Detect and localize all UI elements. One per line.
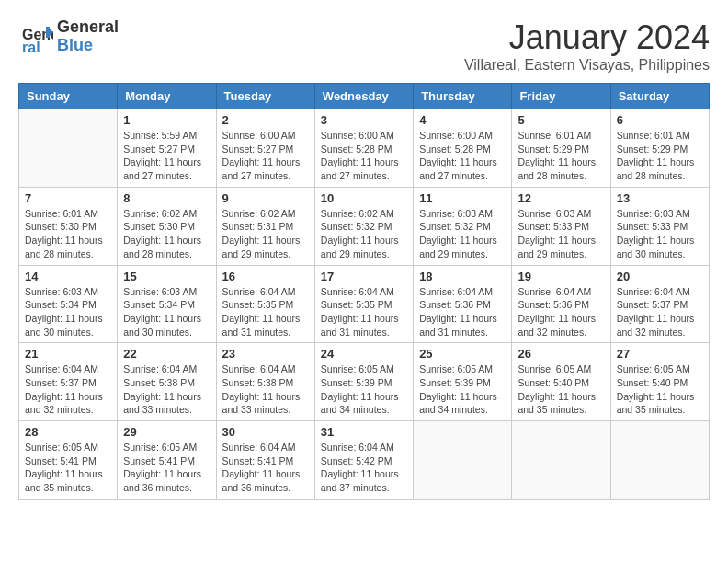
day-info: Sunrise: 6:03 AMSunset: 5:33 PMDaylight:… bbox=[518, 207, 604, 261]
day-cell: 14Sunrise: 6:03 AMSunset: 5:34 PMDayligh… bbox=[19, 265, 118, 343]
day-cell bbox=[610, 421, 709, 500]
day-cell: 13Sunrise: 6:03 AMSunset: 5:33 PMDayligh… bbox=[610, 187, 709, 265]
day-cell: 12Sunrise: 6:03 AMSunset: 5:33 PMDayligh… bbox=[512, 187, 610, 265]
day-info: Sunrise: 6:04 AMSunset: 5:35 PMDaylight:… bbox=[321, 285, 407, 339]
day-info: Sunrise: 6:04 AMSunset: 5:38 PMDaylight:… bbox=[123, 362, 210, 417]
day-number: 15 bbox=[123, 270, 210, 283]
week-row-5: 28Sunrise: 6:05 AMSunset: 5:41 PMDayligh… bbox=[19, 421, 710, 500]
day-info: Sunrise: 6:04 AMSunset: 5:42 PMDaylight:… bbox=[321, 441, 407, 495]
day-number: 10 bbox=[321, 191, 407, 205]
day-cell: 9Sunrise: 6:02 AMSunset: 5:31 PMDaylight… bbox=[216, 187, 314, 265]
header-tuesday: Tuesday bbox=[216, 84, 314, 109]
day-info: Sunrise: 6:02 AMSunset: 5:32 PMDaylight:… bbox=[321, 207, 407, 261]
week-row-4: 21Sunrise: 6:04 AMSunset: 5:37 PMDayligh… bbox=[19, 343, 710, 421]
day-cell: 10Sunrise: 6:02 AMSunset: 5:32 PMDayligh… bbox=[314, 187, 413, 265]
day-number: 28 bbox=[25, 425, 111, 439]
day-number: 27 bbox=[617, 347, 703, 361]
day-cell bbox=[19, 109, 118, 188]
day-number: 6 bbox=[617, 113, 703, 127]
day-info: Sunrise: 6:05 AMSunset: 5:39 PMDaylight:… bbox=[419, 362, 506, 417]
day-cell: 27Sunrise: 6:05 AMSunset: 5:40 PMDayligh… bbox=[610, 343, 709, 421]
day-info: Sunrise: 6:05 AMSunset: 5:39 PMDaylight:… bbox=[321, 362, 407, 417]
day-number: 25 bbox=[419, 347, 506, 361]
day-info: Sunrise: 6:04 AMSunset: 5:37 PMDaylight:… bbox=[617, 285, 703, 339]
logo-line2: Blue bbox=[57, 37, 119, 55]
day-cell: 17Sunrise: 6:04 AMSunset: 5:35 PMDayligh… bbox=[314, 265, 413, 343]
day-number: 5 bbox=[518, 113, 604, 127]
day-info: Sunrise: 5:59 AMSunset: 5:27 PMDaylight:… bbox=[123, 129, 210, 183]
day-cell: 30Sunrise: 6:04 AMSunset: 5:41 PMDayligh… bbox=[216, 421, 314, 500]
day-info: Sunrise: 6:02 AMSunset: 5:31 PMDaylight:… bbox=[222, 207, 309, 261]
logo: Gene ral General Blue bbox=[18, 18, 119, 55]
day-cell: 2Sunrise: 6:00 AMSunset: 5:27 PMDaylight… bbox=[216, 109, 314, 188]
day-number: 2 bbox=[222, 113, 309, 127]
day-number: 18 bbox=[419, 270, 506, 283]
day-cell: 28Sunrise: 6:05 AMSunset: 5:41 PMDayligh… bbox=[19, 421, 118, 500]
day-number: 30 bbox=[222, 425, 309, 439]
day-info: Sunrise: 6:04 AMSunset: 5:41 PMDaylight:… bbox=[222, 441, 309, 495]
location-title: Villareal, Eastern Visayas, Philippines bbox=[464, 57, 710, 74]
day-info: Sunrise: 6:03 AMSunset: 5:33 PMDaylight:… bbox=[617, 207, 703, 261]
day-info: Sunrise: 6:04 AMSunset: 5:37 PMDaylight:… bbox=[25, 362, 111, 417]
day-number: 11 bbox=[419, 191, 506, 205]
header-wednesday: Wednesday bbox=[314, 84, 413, 109]
day-cell: 19Sunrise: 6:04 AMSunset: 5:36 PMDayligh… bbox=[512, 265, 610, 343]
day-info: Sunrise: 6:00 AMSunset: 5:28 PMDaylight:… bbox=[419, 129, 506, 183]
header-sunday: Sunday bbox=[19, 84, 118, 109]
day-number: 31 bbox=[321, 425, 407, 439]
day-cell: 21Sunrise: 6:04 AMSunset: 5:37 PMDayligh… bbox=[19, 343, 118, 421]
day-number: 3 bbox=[321, 113, 407, 127]
day-info: Sunrise: 6:00 AMSunset: 5:28 PMDaylight:… bbox=[321, 129, 407, 183]
day-number: 9 bbox=[222, 191, 309, 205]
day-number: 8 bbox=[123, 191, 210, 205]
day-cell: 7Sunrise: 6:01 AMSunset: 5:30 PMDaylight… bbox=[19, 187, 118, 265]
day-number: 14 bbox=[25, 270, 111, 283]
day-info: Sunrise: 6:00 AMSunset: 5:27 PMDaylight:… bbox=[222, 129, 309, 183]
svg-text:ral: ral bbox=[22, 40, 40, 54]
day-number: 16 bbox=[222, 270, 309, 283]
header-saturday: Saturday bbox=[610, 84, 709, 109]
header-thursday: Thursday bbox=[414, 84, 512, 109]
day-info: Sunrise: 6:05 AMSunset: 5:40 PMDaylight:… bbox=[518, 362, 604, 417]
day-number: 17 bbox=[321, 270, 407, 283]
day-number: 26 bbox=[518, 347, 604, 361]
week-row-3: 14Sunrise: 6:03 AMSunset: 5:34 PMDayligh… bbox=[19, 265, 710, 343]
day-cell: 25Sunrise: 6:05 AMSunset: 5:39 PMDayligh… bbox=[414, 343, 512, 421]
day-info: Sunrise: 6:03 AMSunset: 5:34 PMDaylight:… bbox=[123, 285, 210, 339]
day-number: 12 bbox=[518, 191, 604, 205]
day-number: 23 bbox=[222, 347, 309, 361]
day-info: Sunrise: 6:02 AMSunset: 5:30 PMDaylight:… bbox=[123, 207, 210, 261]
day-number: 20 bbox=[617, 270, 703, 283]
day-info: Sunrise: 6:05 AMSunset: 5:40 PMDaylight:… bbox=[617, 362, 703, 417]
day-number: 24 bbox=[321, 347, 407, 361]
day-info: Sunrise: 6:03 AMSunset: 5:32 PMDaylight:… bbox=[419, 207, 506, 261]
logo-icon: Gene ral bbox=[18, 19, 53, 54]
day-cell: 26Sunrise: 6:05 AMSunset: 5:40 PMDayligh… bbox=[512, 343, 610, 421]
day-cell: 31Sunrise: 6:04 AMSunset: 5:42 PMDayligh… bbox=[314, 421, 413, 500]
day-cell: 8Sunrise: 6:02 AMSunset: 5:30 PMDaylight… bbox=[118, 187, 216, 265]
day-cell: 24Sunrise: 6:05 AMSunset: 5:39 PMDayligh… bbox=[314, 343, 413, 421]
day-cell: 5Sunrise: 6:01 AMSunset: 5:29 PMDaylight… bbox=[512, 109, 610, 188]
day-number: 29 bbox=[123, 425, 210, 439]
day-info: Sunrise: 6:01 AMSunset: 5:30 PMDaylight:… bbox=[25, 207, 111, 261]
day-info: Sunrise: 6:04 AMSunset: 5:36 PMDaylight:… bbox=[518, 285, 604, 339]
day-number: 13 bbox=[617, 191, 703, 205]
day-cell: 22Sunrise: 6:04 AMSunset: 5:38 PMDayligh… bbox=[118, 343, 216, 421]
week-row-2: 7Sunrise: 6:01 AMSunset: 5:30 PMDaylight… bbox=[19, 187, 710, 265]
day-cell: 11Sunrise: 6:03 AMSunset: 5:32 PMDayligh… bbox=[414, 187, 512, 265]
page-header: Gene ral General Blue January 2024 Villa… bbox=[18, 18, 710, 74]
day-cell: 18Sunrise: 6:04 AMSunset: 5:36 PMDayligh… bbox=[414, 265, 512, 343]
day-number: 19 bbox=[518, 270, 604, 283]
day-number: 21 bbox=[25, 347, 111, 361]
day-cell: 6Sunrise: 6:01 AMSunset: 5:29 PMDaylight… bbox=[610, 109, 709, 188]
calendar-header-row: SundayMondayTuesdayWednesdayThursdayFrid… bbox=[19, 84, 710, 109]
logo-line1: General bbox=[57, 18, 119, 37]
day-info: Sunrise: 6:05 AMSunset: 5:41 PMDaylight:… bbox=[123, 441, 210, 495]
day-number: 4 bbox=[419, 113, 506, 127]
day-cell: 3Sunrise: 6:00 AMSunset: 5:28 PMDaylight… bbox=[314, 109, 413, 188]
day-cell: 20Sunrise: 6:04 AMSunset: 5:37 PMDayligh… bbox=[610, 265, 709, 343]
day-number: 1 bbox=[123, 113, 210, 127]
day-cell: 15Sunrise: 6:03 AMSunset: 5:34 PMDayligh… bbox=[118, 265, 216, 343]
day-info: Sunrise: 6:04 AMSunset: 5:35 PMDaylight:… bbox=[222, 285, 309, 339]
day-info: Sunrise: 6:01 AMSunset: 5:29 PMDaylight:… bbox=[518, 129, 604, 183]
